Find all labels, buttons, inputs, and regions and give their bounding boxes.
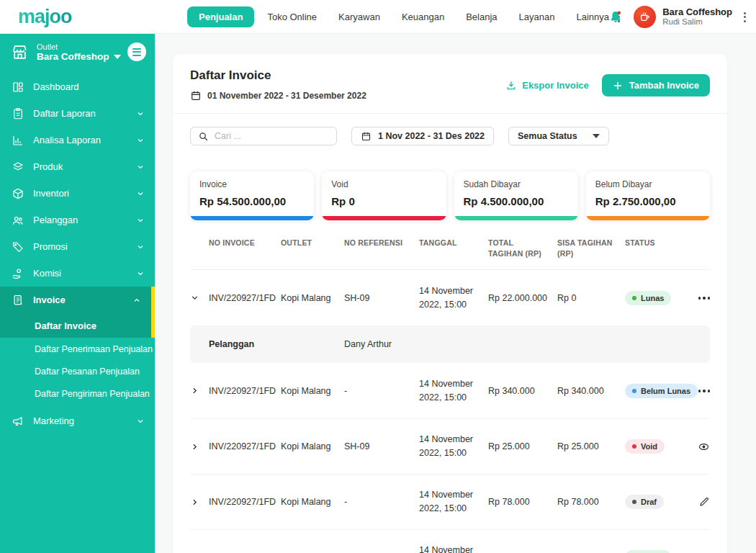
status-badge: Void [625,439,665,454]
search-box[interactable] [190,127,337,145]
summary-bar-belum-dibayar [586,216,710,220]
status-badge: Draf [625,495,664,509]
chevron-right-icon [190,498,199,507]
tag-icon [12,240,24,253]
sidebar-item-label: Promosi [33,241,127,252]
cell-sisa-tagihan: Rp 0 [557,293,625,303]
row-detail-pelanggan: Pelanggan Dany Arthur [190,325,710,363]
dashboard-icon [12,81,24,94]
row-collapse-toggle[interactable] [190,293,209,302]
tab-belanja[interactable]: Belanja [457,6,505,27]
invoice-icon [12,294,24,307]
cell-no-invoice: INV/220927/1FD [209,293,281,303]
cell-tanggal: 14 November 2022, 15:00 [419,377,488,405]
header-divider [173,113,727,114]
sidebar-subitem-daftar-penerimaan-penjualan[interactable]: Daftar Penerimaan Penjualan [0,338,155,360]
cell-outlet: Kopi Malang [281,441,344,451]
row-view-eye-icon[interactable] [698,441,710,453]
customers-icon [12,214,24,227]
chevron-down-icon [136,269,145,278]
cell-total-tagihan: Rp 25.000 [488,441,557,451]
status-badge: Belum Lunas [625,384,698,398]
summary-cards: Invoice Rp 54.500.000,00 Void Rp 0 Sudah… [190,171,710,220]
add-invoice-button[interactable]: Tambah Invoice [602,74,710,96]
chevron-right-icon [190,386,199,395]
layers-icon [12,161,24,174]
search-icon [198,131,209,142]
cell-no-referensi: SH-09 [344,441,419,451]
page-title: Daftar Invoice [190,68,366,83]
sidebar-item-promosi[interactable]: Promosi [0,233,155,260]
cell-total-tagihan: Rp 78.000 [488,497,557,507]
chevron-down-icon [136,417,145,426]
tab-karyawan[interactable]: Karyawan [330,6,389,27]
chevron-down-icon [136,216,145,225]
summary-card-sudah-dibayar: Sudah Dibayar Rp 4.500.000,00 [454,171,578,220]
tab-penjualan[interactable]: Penjualan [187,6,254,27]
date-range-filter[interactable]: 1 Nov 2022 - 31 Des 2022 [351,127,494,145]
cell-no-invoice: INV/220927/1FD [209,441,281,451]
table-row: INV/220927/1FD Kopi Malang SH-09 14 Nove… [190,270,710,325]
store-icon [10,42,30,62]
cell-outlet: Kopi Malang [281,386,344,396]
status-badge: Lunas [625,550,671,553]
cell-sisa-tagihan: Rp 78.000 [557,497,625,507]
dropdown-caret-icon [593,134,600,138]
search-input[interactable] [215,131,315,141]
chevron-down-icon [136,189,145,198]
sidebar-subitem-daftar-pengiriman-penjualan[interactable]: Daftar Pengiriman Penjualan [0,382,155,405]
notification-bell-icon[interactable] [608,9,624,25]
row-actions-kebab-icon[interactable] [698,390,711,392]
top-navbar: majoo Penjualan Toko Online Karyawan Keu… [0,0,756,34]
outlet-name: Bara Coffeshop [37,51,109,62]
outlet-switcher[interactable]: Outlet Bara Coffeshop [0,34,155,69]
tab-layanan[interactable]: Layanan [510,6,564,27]
export-invoice-link[interactable]: Ekspor Invoice [505,80,588,91]
sidebar-item-dashboard[interactable]: Dashboard [0,73,155,100]
cell-tanggal: 14 November 2022, 15:00 [419,284,488,313]
cell-no-referensi: - [344,386,419,396]
sidebar-item-komisi[interactable]: Komisi [0,260,155,287]
user-kebab-icon[interactable] [742,9,747,25]
sidebar-item-analisa-laporan[interactable]: Analisa Laporan [0,127,155,153]
row-expand-toggle[interactable] [190,498,209,507]
report-list-icon [12,107,24,120]
cell-outlet: Kopi Malang [281,497,344,507]
tab-toko-online[interactable]: Toko Online [258,6,325,27]
sidebar-subitem-daftar-invoice[interactable]: Daftar Invoice [0,313,151,338]
tab-keuangan[interactable]: Keuangan [393,6,453,27]
sidebar-collapse-button[interactable] [127,42,146,61]
tab-lainnya[interactable]: Lainnya [567,6,612,27]
sidebar-menu: Dashboard Daftar Laporan Analisa Laporan… [0,73,155,434]
row-expand-toggle[interactable] [190,442,209,451]
sidebar-item-invoice[interactable]: Invoice [0,287,151,313]
sidebar-item-label: Analisa Laporan [33,135,127,145]
date-range-value: 1 Nov 2022 - 31 Des 2022 [378,131,485,141]
chevron-down-icon [136,136,145,145]
main-nav-tabs: Penjualan Toko Online Karyawan Keuangan … [187,0,621,34]
summary-bar-sudah-dibayar [454,216,578,220]
row-edit-pencil-icon[interactable] [698,496,710,508]
sidebar-item-label: Daftar Laporan [33,108,127,119]
row-expand-toggle[interactable] [190,386,209,395]
cell-sisa-tagihan: Rp 340.000 [557,386,625,396]
sidebar-item-daftar-laporan[interactable]: Daftar Laporan [0,100,155,127]
table-row: INV/220927/1FD Kopi Malang SH-09 14 Nove… [190,418,710,474]
sidebar-item-pelanggan[interactable]: Pelanggan [0,207,155,233]
sidebar-item-label: Invoice [33,295,124,305]
summary-card-void: Void Rp 0 [322,171,446,220]
sidebar-item-inventori[interactable]: Inventori [0,180,155,207]
sidebar-active-section: Invoice Daftar Invoice [0,287,155,338]
table-row: INV/220927/1FD Kopi Malang - 14 November… [190,474,710,529]
status-filter-select[interactable]: Semua Status [508,127,609,145]
user-menu[interactable]: Bara Coffeshop Rudi Salim [634,6,732,28]
download-icon [505,80,517,91]
sidebar-item-produk[interactable]: Produk [0,153,155,180]
table-row: 14 November 2022, 15:00 Lunas [190,529,710,553]
sidebar-subitem-daftar-pesanan-penjualan[interactable]: Daftar Pesanan Penjualan [0,360,155,382]
sidebar-item-label: Marketing [33,415,127,426]
sidebar-item-marketing[interactable]: Marketing [0,408,155,434]
row-actions-kebab-icon[interactable] [698,297,711,300]
invoice-list-card: Daftar Invoice 01 November 2022 - 31 Des… [173,54,727,553]
chevron-down-icon [136,243,145,251]
